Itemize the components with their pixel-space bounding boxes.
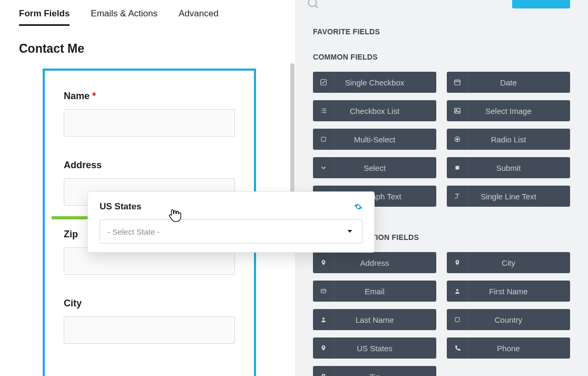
pill-label: Zip bbox=[334, 372, 436, 377]
map-pin-icon bbox=[313, 259, 334, 266]
text-icon bbox=[447, 192, 468, 200]
pill-submit[interactable]: Submit bbox=[447, 157, 570, 178]
pill-single-line-text[interactable]: Single Line Text bbox=[447, 186, 570, 207]
square-filled-icon bbox=[447, 165, 468, 171]
svg-rect-18 bbox=[456, 166, 459, 170]
pill-label: City bbox=[468, 258, 570, 267]
pill-label: Phone bbox=[468, 344, 570, 353]
square-icon bbox=[447, 316, 468, 323]
svg-point-23 bbox=[456, 289, 458, 291]
pill-city[interactable]: City bbox=[447, 252, 570, 273]
pill-first-name[interactable]: First Name bbox=[447, 281, 570, 302]
pill-zip[interactable]: Zip bbox=[313, 366, 436, 376]
pill-checkbox-list[interactable]: Checkbox List bbox=[313, 100, 436, 121]
field-city[interactable]: City bbox=[64, 298, 235, 344]
pill-multi-select[interactable]: Multi-Select bbox=[313, 129, 436, 150]
radio-icon bbox=[447, 136, 468, 143]
field-label-name: Name * bbox=[64, 91, 235, 102]
pill-radio-list[interactable]: Radio List bbox=[447, 129, 570, 150]
svg-point-24 bbox=[322, 317, 325, 320]
pill-label: Single Line Text bbox=[468, 192, 570, 201]
required-asterisk: * bbox=[92, 91, 96, 101]
envelope-icon bbox=[313, 288, 334, 294]
user-icon bbox=[313, 316, 334, 323]
calendar-icon bbox=[447, 79, 468, 86]
map-pin-icon bbox=[447, 259, 468, 266]
user-info-grid: Address City Email First Name Last Name … bbox=[313, 252, 570, 376]
map-pin-icon bbox=[313, 373, 334, 376]
svg-rect-3 bbox=[455, 80, 460, 85]
svg-rect-15 bbox=[321, 137, 326, 141]
square-icon bbox=[313, 136, 334, 142]
section-common-fields: COMMON FIELDS bbox=[313, 53, 570, 61]
pill-label: Single Checkbox bbox=[334, 78, 436, 87]
pill-phone[interactable]: Phone bbox=[447, 338, 570, 359]
image-icon bbox=[447, 107, 468, 114]
pill-last-name[interactable]: Last Name bbox=[313, 309, 436, 330]
check-square-icon bbox=[313, 79, 334, 86]
drag-select-placeholder: - Select State - bbox=[107, 227, 160, 236]
map-pin-icon bbox=[313, 344, 334, 352]
pill-label: Email bbox=[334, 287, 436, 296]
pill-single-checkbox[interactable]: Single Checkbox bbox=[313, 72, 436, 93]
pill-label: Select Image bbox=[468, 107, 570, 115]
done-button[interactable] bbox=[512, 0, 570, 8]
pill-label: US States bbox=[334, 344, 436, 353]
gear-icon[interactable] bbox=[354, 203, 362, 211]
svg-rect-13 bbox=[455, 108, 460, 113]
pill-label: Address bbox=[334, 258, 436, 267]
pill-label: Date bbox=[468, 78, 570, 87]
pill-label: Country bbox=[468, 315, 570, 324]
chevron-down-icon bbox=[345, 227, 355, 236]
drag-title: US States bbox=[100, 201, 141, 212]
search-icon[interactable] bbox=[307, 0, 320, 11]
svg-line-1 bbox=[315, 5, 318, 8]
common-fields-grid: Single Checkbox Date Checkbox List Selec… bbox=[313, 72, 570, 207]
pill-select-image[interactable]: Select Image bbox=[447, 100, 570, 121]
drag-select-state[interactable]: - Select State - bbox=[100, 219, 362, 244]
field-label-city: City bbox=[64, 298, 235, 309]
pill-country[interactable]: Country bbox=[447, 309, 570, 330]
pill-label: Checkbox List bbox=[334, 107, 436, 115]
section-favorite-fields: FAVORITE FIELDS bbox=[313, 27, 570, 36]
input-name[interactable] bbox=[64, 109, 235, 137]
list-icon bbox=[313, 107, 334, 114]
chevron-down-icon bbox=[313, 164, 334, 171]
pill-us-states[interactable]: US States bbox=[313, 338, 436, 359]
pill-address[interactable]: Address bbox=[313, 252, 436, 273]
pill-date[interactable]: Date bbox=[447, 72, 570, 93]
pill-label: Submit bbox=[468, 163, 570, 172]
user-icon bbox=[447, 287, 468, 295]
builder-tabs: Form Fields Emails & Actions Advanced bbox=[19, 8, 295, 26]
pill-label: Radio List bbox=[468, 135, 570, 144]
svg-rect-25 bbox=[455, 317, 459, 322]
phone-icon bbox=[447, 345, 468, 352]
field-name[interactable]: Name * bbox=[64, 91, 235, 137]
pill-label: Multi-Select bbox=[334, 135, 436, 144]
pill-email[interactable]: Email bbox=[313, 281, 436, 302]
pill-label: Last Name bbox=[334, 315, 436, 324]
page-title: Contact Me bbox=[19, 42, 295, 56]
scrollbar[interactable] bbox=[290, 63, 295, 192]
tab-emails-actions[interactable]: Emails & Actions bbox=[91, 8, 158, 26]
pill-label: Select bbox=[334, 163, 436, 172]
svg-point-17 bbox=[456, 138, 458, 140]
dragging-field-card[interactable]: US States - Select State - bbox=[87, 191, 375, 253]
pill-label: First Name bbox=[468, 287, 570, 296]
tab-form-fields[interactable]: Form Fields bbox=[19, 8, 70, 26]
tab-advanced[interactable]: Advanced bbox=[179, 8, 219, 26]
input-city[interactable] bbox=[64, 316, 235, 344]
pill-select[interactable]: Select bbox=[313, 157, 436, 178]
field-label-address: Address bbox=[64, 160, 235, 171]
